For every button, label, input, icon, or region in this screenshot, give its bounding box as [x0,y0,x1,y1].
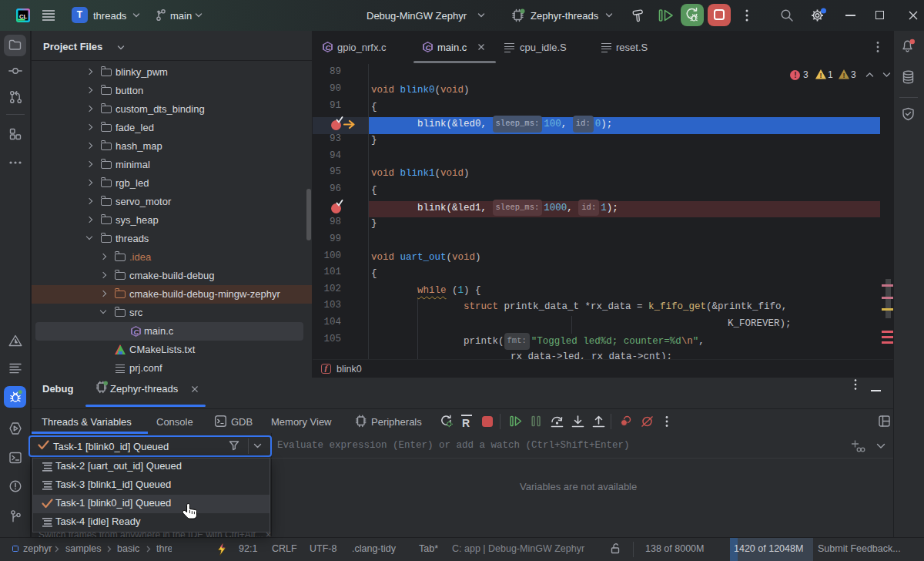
svg-text:CL: CL [19,13,27,20]
